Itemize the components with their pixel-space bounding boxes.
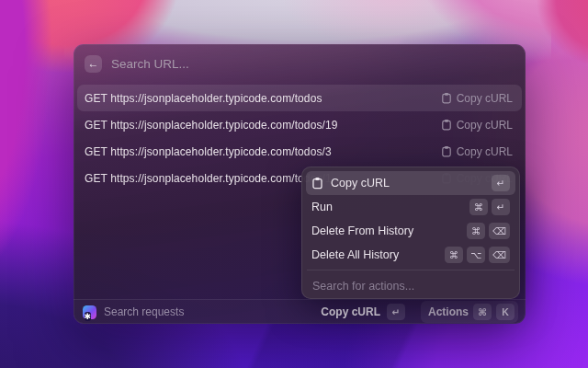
primary-action-label: Copy cURL: [321, 305, 380, 318]
action-label: Delete All History: [311, 248, 437, 261]
row-accessory: Copy cURL: [441, 92, 513, 105]
action-shortcut: ⌘ ↵: [469, 199, 510, 215]
accessory-label: Copy cURL: [457, 92, 513, 105]
return-key-badge: ↵: [492, 175, 510, 191]
action-item-delete-all-history[interactable]: Delete All History ⌘ ⌥ ⌫: [306, 243, 515, 267]
request-title: GET https://jsonplaceholder.typicode.com…: [85, 92, 441, 105]
backspace-key-badge: ⌫: [489, 247, 510, 263]
request-row-todos[interactable]: GET https://jsonplaceholder.typicode.com…: [77, 85, 522, 111]
request-title: GET https://jsonplaceholder.typicode.com…: [85, 145, 441, 158]
request-title: GET https://jsonplaceholder.typicode.com…: [85, 119, 441, 132]
action-label: Run: [311, 201, 462, 213]
actions-menu-popup: Copy cURL ↵ Run ⌘ ↵ Delete From History …: [301, 167, 520, 299]
action-item-copy-curl[interactable]: Copy cURL ↵: [306, 171, 515, 195]
extension-icon: ✱: [83, 305, 96, 319]
request-row-todos-19[interactable]: GET https://jsonplaceholder.typicode.com…: [77, 111, 522, 138]
extension-name-label: Search requests: [104, 305, 313, 318]
clipboard-icon: [311, 177, 323, 190]
action-search-input[interactable]: Search for actions...: [306, 273, 515, 299]
request-row-todos-3[interactable]: GET https://jsonplaceholder.typicode.com…: [77, 138, 522, 165]
return-key-badge: ↵: [492, 199, 510, 215]
action-shortcut: ⌘ ⌫: [467, 223, 510, 239]
actions-label: Actions: [428, 305, 469, 318]
action-shortcut: ⌘ ⌥ ⌫: [445, 247, 510, 263]
row-accessory: Copy cURL: [441, 119, 513, 132]
search-header: ← Search URL...: [74, 44, 526, 83]
action-label: Delete From History: [311, 224, 459, 237]
cmd-key-badge: ⌘: [469, 199, 488, 215]
cmd-key-badge: ⌘: [467, 223, 485, 239]
extension-icon-glyph: ✱: [85, 312, 92, 321]
option-key-badge: ⌥: [467, 247, 485, 263]
popup-divider: [307, 270, 514, 270]
actions-button[interactable]: Actions ⌘ K: [421, 301, 518, 323]
window-footer: ✱ Search requests Copy cURL ↵ Actions ⌘ …: [74, 299, 526, 324]
back-arrow-icon: ←: [88, 55, 99, 73]
action-label: Copy cURL: [331, 177, 484, 190]
clipboard-icon: [441, 92, 452, 104]
accessory-label: Copy cURL: [457, 145, 513, 158]
cmd-key-badge: ⌘: [445, 247, 463, 263]
return-key-badge: ↵: [387, 304, 405, 320]
back-button[interactable]: ←: [85, 55, 102, 73]
clipboard-icon: [441, 119, 452, 131]
k-key-badge: K: [496, 304, 514, 320]
action-shortcut: ↵: [492, 175, 510, 191]
clipboard-icon: [441, 145, 452, 157]
cmd-key-badge: ⌘: [473, 304, 492, 320]
accessory-label: Copy cURL: [457, 119, 513, 132]
action-item-run[interactable]: Run ⌘ ↵: [306, 195, 515, 219]
row-accessory: Copy cURL: [441, 145, 513, 158]
backspace-key-badge: ⌫: [489, 223, 510, 239]
primary-action-button[interactable]: Copy cURL ↵: [321, 304, 405, 320]
search-url-input[interactable]: Search URL...: [111, 57, 514, 71]
action-item-delete-from-history[interactable]: Delete From History ⌘ ⌫: [306, 219, 515, 243]
